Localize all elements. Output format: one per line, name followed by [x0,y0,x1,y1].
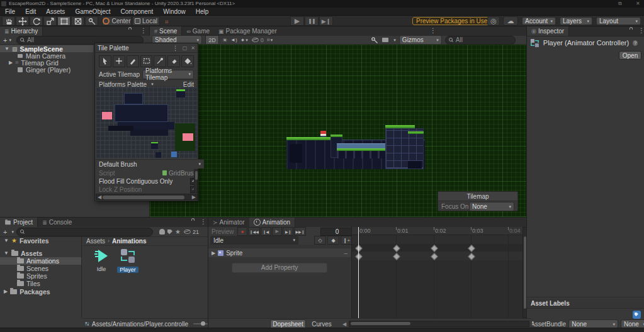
timeline-ruler[interactable]: 0:00 0:01 0:02 0:03 0:04 [352,227,523,235]
caret-down-icon[interactable]: ▾ [11,230,14,235]
tab-inspector[interactable]: i Inspector [527,26,569,36]
space-local-button[interactable]: Local [132,16,160,26]
move-tool-button[interactable] [16,16,29,26]
close-icon[interactable]: ✕ [191,45,195,51]
play-button[interactable]: ▶ [290,16,304,26]
inspector-menu-icon[interactable]: ⋮ [638,27,644,34]
scene-grid-icon[interactable]: ⌗ [267,36,270,43]
hidden-count-toggle[interactable]: 21 [183,229,199,235]
layers-dropdown[interactable]: Layers▾ [560,17,592,25]
tab-console[interactable]: ≣ Console [38,218,76,227]
menu-component[interactable]: Component [116,8,159,16]
tree-tiles[interactable]: Tiles [0,280,81,287]
tree-sprites[interactable]: Sprites [0,272,81,280]
scene-audio-icon[interactable]: ◄) [230,37,237,43]
hierarchy-menu-icon[interactable]: ⋮ [140,27,147,34]
header-menu-icon[interactable]: ⋮ [641,40,644,47]
tile-palette-menu-icon[interactable]: ⋮ [172,45,179,52]
label-tag-icon[interactable] [633,311,641,319]
hand-tool-button[interactable] [2,16,15,26]
scene-camera-icon[interactable] [382,38,388,42]
cloud-button[interactable]: ☁ [503,16,518,26]
rotate-tool-button[interactable] [30,16,43,26]
tile-palette-titlebar[interactable]: Tile Palette ⋮ ▢ ✕ [95,43,198,53]
go-to-start-button[interactable]: ❙◀◀ [248,227,260,236]
tree-packages[interactable]: ▶ Packages [0,287,81,296]
project-menu-icon[interactable]: ⋮ [200,218,206,225]
grid-snap-icon[interactable]: ⌗ [165,18,169,26]
tab-animator[interactable]: ≻ Animator [208,218,249,227]
asset-player[interactable]: Player [116,248,139,277]
foldout-collapsed-icon[interactable]: ▶ [9,60,13,65]
settings-button[interactable]: ◎ [487,16,500,26]
record-button[interactable]: ● [237,227,248,236]
account-dropdown[interactable]: Account▾ [522,17,556,25]
curves-toggle-button[interactable]: Curves [308,320,335,328]
pause-button[interactable]: ❚❚ [305,16,319,26]
favorites-filter-icon[interactable]: ★ [175,228,181,235]
previous-key-button[interactable]: ❙◀ [261,227,271,236]
add-keyframe-outline-button[interactable]: ◇ [314,236,326,245]
palette-horizontal-scrollbar[interactable]: ◀ ▶ [96,194,198,200]
tree-scenes[interactable]: Scenes [0,265,81,272]
asset-labels-header[interactable]: Asset Labels [527,299,644,309]
scale-tool-button[interactable] [43,16,57,26]
caret-down-icon[interactable]: ▾ [393,38,396,43]
asset-idle[interactable]: Idle [91,248,111,277]
caret-down-icon[interactable]: ▾ [271,38,273,43]
scene-visibility-toggle[interactable]: 0 [251,37,264,43]
palette-vertical-scrollbar[interactable] [194,169,198,193]
tab-project[interactable]: Project [0,218,38,227]
caret-down-icon[interactable]: ▾ [246,38,248,43]
scene-canvas[interactable]: Tilemap Focus On None ▾ [150,45,526,217]
create-add-button[interactable]: + [3,36,7,44]
property-row-sprite[interactable]: ▶ Sprite – [208,248,351,257]
2d-toggle-button[interactable]: 2D [205,35,219,45]
step-button[interactable]: ▶❙ [319,16,333,26]
scene-fx-icon[interactable]: ✦ [240,37,246,43]
tree-favorites[interactable]: ▼ ★ Favorites [0,236,81,245]
focus-on-dropdown[interactable]: None ▾ [469,202,514,211]
preview-packages-button[interactable]: Preview Packages in Use ▾ [412,17,498,25]
menu-window[interactable]: Window [158,8,191,16]
tab-package-manager[interactable]: ▣ Package Manager [214,26,281,36]
play-animation-button[interactable]: ▶ [272,227,283,236]
menu-file[interactable]: File [0,8,20,16]
palette-select-tool[interactable] [99,55,111,67]
help-icon[interactable]: ? [633,40,638,46]
playhead[interactable] [358,227,359,318]
rect-transform-tool-button[interactable] [71,16,84,26]
animation-vertical-scrollbar[interactable] [523,227,527,318]
rect-tool-button[interactable] [57,16,71,26]
caret-down-icon[interactable]: ▾ [9,38,11,43]
tool-settings-icon[interactable] [370,36,379,45]
project-search-input[interactable] [16,228,153,236]
palette-box-fill-tool[interactable] [140,55,153,67]
hierarchy-row-main-camera[interactable]: Main Camera [0,52,93,59]
next-key-button[interactable]: ▶❙ [283,227,293,236]
close-window-icon[interactable]: ✕ [636,1,640,6]
open-button[interactable]: Open [619,51,641,60]
pivot-center-button[interactable]: Center [102,16,132,26]
hierarchy-row-tilemap-grid[interactable]: ▶ ⌗ Tilemap Grid [0,59,93,66]
gizmos-dropdown[interactable]: Gizmos▾ [399,35,442,45]
palette-picker-tool[interactable] [154,55,166,67]
palette-move-tool[interactable] [113,55,125,67]
dopesheet-timeline[interactable]: 0:00 0:01 0:02 0:03 0:04 [351,227,523,318]
menu-gameobject[interactable]: GameObject [70,8,115,16]
palette-fill-tool[interactable] [181,55,194,67]
hierarchy-row-samplescene[interactable]: ▼ ▧ SampleScene [0,45,93,52]
tree-assets[interactable]: ▼ Assets [0,249,81,257]
frame-field[interactable]: 0 [320,228,354,236]
hierarchy-row-ginger-player[interactable]: Ginger (Player) [0,66,93,73]
maximize-icon[interactable]: ▢ [183,45,188,51]
collab-person-icon[interactable] [159,229,165,235]
breadcrumb-root[interactable]: Assets [86,238,105,245]
scene-lighting-icon[interactable]: ☀ [222,37,227,43]
palette-brush-tool[interactable] [127,55,139,67]
add-property-button[interactable]: Add Property [232,263,327,273]
layout-dropdown[interactable]: Layout▾ [596,17,641,25]
menu-assets[interactable]: Assets [41,8,70,16]
brush-dropdown[interactable]: Default Brush ▾ [96,159,204,169]
tab-game[interactable]: ∞ Game [182,26,214,36]
